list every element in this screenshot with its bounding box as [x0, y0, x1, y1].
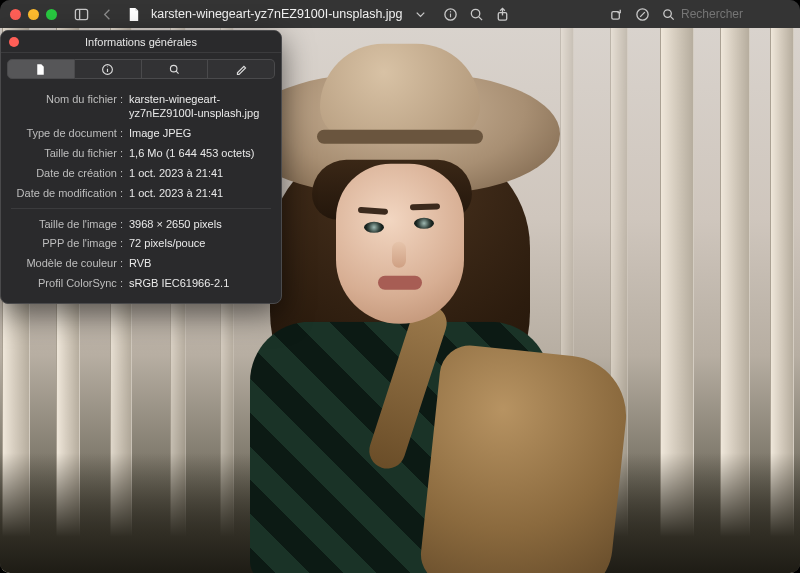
window-close-button[interactable] [10, 9, 21, 20]
inspector-tab-search[interactable] [142, 59, 209, 79]
title-chevron-icon[interactable] [413, 6, 429, 22]
search-field[interactable] [660, 6, 790, 22]
traffic-lights [10, 9, 57, 20]
svg-line-6 [479, 16, 482, 19]
inspector-close-button[interactable] [9, 37, 19, 47]
svg-line-17 [176, 71, 178, 73]
window-title[interactable]: karsten-winegeart-yz7nEZ9100I-unsplash.j… [151, 7, 403, 21]
inspector-tabbar [1, 53, 281, 85]
inspector-title: Informations générales [1, 36, 281, 48]
svg-point-11 [663, 9, 671, 17]
inspector-rows: Nom du fichier :karsten-winegeart-yz7nEZ… [1, 85, 281, 303]
inspector-tab-annotate[interactable] [208, 59, 275, 79]
inspector-titlebar[interactable]: Informations générales [1, 31, 281, 53]
row-dpi: PPP de l'image :72 pixels/pouce [11, 234, 271, 254]
window-toolbar: karsten-winegeart-yz7nEZ9100I-unsplash.j… [0, 0, 800, 28]
row-colormodel: Modèle de couleur :RVB [11, 254, 271, 274]
row-colorsync: Profil ColorSync :sRGB IEC61966-2.1 [11, 274, 271, 294]
inspector-divider [11, 208, 271, 209]
markup-icon[interactable] [634, 6, 650, 22]
window-minimize-button[interactable] [28, 9, 39, 20]
row-filename: Nom du fichier :karsten-winegeart-yz7nEZ… [11, 89, 271, 124]
show-inspector-icon[interactable] [443, 6, 459, 22]
svg-rect-0 [75, 9, 87, 19]
back-icon[interactable] [99, 6, 115, 22]
rotate-icon[interactable] [608, 6, 624, 22]
inspector-tab-general[interactable] [7, 59, 75, 79]
svg-point-5 [471, 9, 479, 17]
sidebar-toggle-icon[interactable] [73, 6, 89, 22]
search-input[interactable] [681, 7, 781, 21]
document-proxy-icon[interactable] [125, 6, 141, 22]
svg-rect-3 [450, 13, 451, 17]
row-filesize: Taille du fichier :1,6 Mo (1 644 453 oct… [11, 144, 271, 164]
svg-point-15 [107, 66, 108, 67]
svg-point-16 [170, 65, 177, 72]
row-imagesize: Taille de l'image :3968 × 2650 pixels [11, 214, 271, 234]
inspector-panel[interactable]: Informations générales Nom du fichier :k… [0, 30, 282, 304]
row-doctype: Type de document :Image JPEG [11, 124, 271, 144]
zoom-actual-icon[interactable] [469, 6, 485, 22]
share-icon[interactable] [495, 6, 511, 22]
svg-rect-4 [450, 11, 451, 12]
svg-line-12 [670, 16, 673, 19]
row-created: Date de création :1 oct. 2023 à 21:41 [11, 163, 271, 183]
window-zoom-button[interactable] [46, 9, 57, 20]
inspector-tab-info[interactable] [75, 59, 142, 79]
search-icon [660, 6, 676, 22]
row-modified: Date de modification :1 oct. 2023 à 21:4… [11, 183, 271, 203]
